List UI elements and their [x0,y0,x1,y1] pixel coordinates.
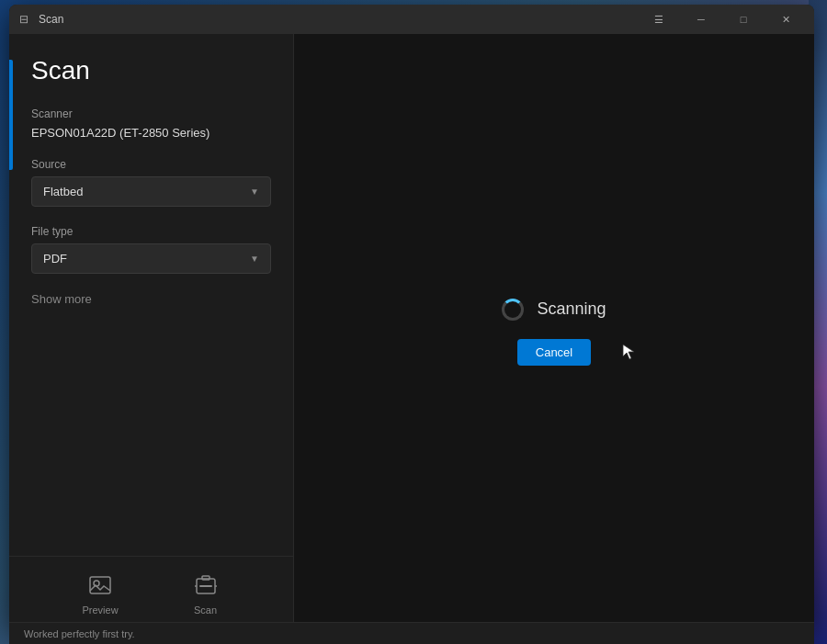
preview-button[interactable]: Preview [82,571,118,616]
file-type-chevron-icon: ▼ [250,254,259,264]
scan-icon [191,571,221,601]
sidebar: Scan Scanner EPSON01A22D (ET-2850 Series… [9,34,294,629]
source-field-group: Source Flatbed ▼ [31,158,271,207]
bottom-nav: Preview Scan [9,556,293,629]
scanner-label: Scanner [31,107,271,120]
window-controls: ☰ ─ □ ✕ [638,5,807,34]
scanner-field-group: Scanner EPSON01A22D (ET-2850 Series) [31,107,271,140]
scan-window: ⊟ Scan ☰ ─ □ ✕ Scan [9,5,814,629]
window-body: Scan Scanner EPSON01A22D (ET-2850 Series… [9,34,814,629]
maximize-button[interactable]: □ [722,5,765,34]
scan-label: Scan [194,604,217,616]
bottom-bar: Worked perfectly first try. [9,622,814,644]
close-button[interactable]: ✕ [765,5,807,34]
source-dropdown[interactable]: Flatbed ▼ [31,176,271,207]
cancel-button[interactable]: Cancel [517,339,591,366]
scanning-text: Scanning [537,299,606,319]
main-content: Scanning Cancel [294,34,814,629]
page-title: Scan [31,56,271,85]
show-more-link[interactable]: Show more [31,292,271,306]
minimize-button[interactable]: ─ [680,5,722,34]
file-type-label: File type [31,225,271,238]
app-icon: ⊟ [17,12,31,27]
file-type-value: PDF [43,252,67,266]
nav-accent [9,60,13,170]
hamburger-button[interactable]: ☰ [638,5,680,34]
file-type-dropdown[interactable]: PDF ▼ [31,243,271,274]
preview-label: Preview [82,604,118,616]
maximize-icon: □ [741,14,747,25]
source-chevron-icon: ▼ [250,186,259,197]
svg-rect-3 [202,576,210,580]
minimize-icon: ─ [697,14,705,25]
sidebar-content: Scan Scanner EPSON01A22D (ET-2850 Series… [9,34,293,556]
hamburger-icon: ☰ [654,14,663,26]
preview-icon [85,571,115,601]
title-bar-left: ⊟ Scan [17,12,63,27]
cursor [622,344,635,364]
source-label: Source [31,158,271,171]
window-title: Scan [39,13,63,26]
bottom-bar-text: Worked perfectly first try. [24,628,135,639]
file-type-field-group: File type PDF ▼ [31,225,271,274]
scanner-value: EPSON01A22D (ET-2850 Series) [31,126,271,140]
spinner-icon [502,299,524,321]
scanning-row: Scanning [502,299,606,321]
title-bar: ⊟ Scan ☰ ─ □ ✕ [9,5,814,34]
source-value: Flatbed [43,185,83,198]
svg-rect-0 [90,577,110,593]
scan-button[interactable]: Scan [191,571,221,616]
close-icon: ✕ [782,14,790,26]
scanning-container: Scanning Cancel [502,299,606,366]
